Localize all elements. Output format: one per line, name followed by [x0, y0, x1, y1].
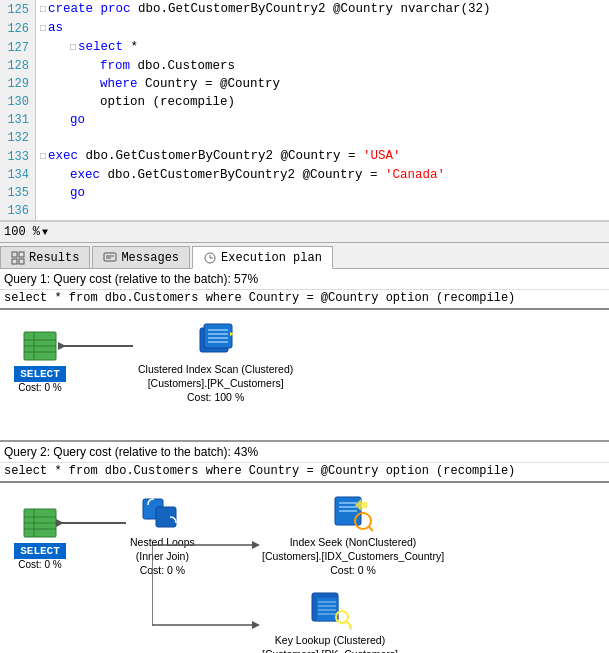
- line-num-135: 135: [0, 184, 36, 202]
- line-num-130: 130: [0, 93, 36, 111]
- query2-arrow1: [56, 513, 131, 533]
- clustered-scan-icon: [194, 318, 238, 362]
- line-num-134: 134: [0, 166, 36, 184]
- plan-icon: [203, 251, 217, 265]
- line-num-128: 128: [0, 57, 36, 75]
- main-container: 125 □create proc dbo.GetCustomerByCountr…: [0, 0, 609, 653]
- results-container: Query 1: Query cost (relative to the bat…: [0, 269, 609, 653]
- query1-select-cost: Cost: 0 %: [18, 382, 61, 393]
- tab-execution-plan[interactable]: Execution plan: [192, 246, 333, 269]
- line-content-135: go: [36, 184, 85, 202]
- query2-seek-label: Index Seek (NonClustered) [Customers].[I…: [262, 535, 444, 577]
- query2-section: Query 2: Query cost (relative to the bat…: [0, 442, 609, 653]
- svg-rect-16: [204, 324, 232, 348]
- code-line-128: 128 from dbo.Customers: [0, 57, 609, 75]
- line-content-130: option (recompile): [36, 93, 235, 111]
- line-num-133: 133: [0, 147, 36, 166]
- code-line-132: 132: [0, 129, 609, 147]
- query2-diagram: SELECT Cost: 0 %: [0, 483, 609, 653]
- query2-sql: select * from dbo.Customers where Countr…: [0, 463, 609, 483]
- line-num-125: 125: [0, 0, 36, 19]
- key-lookup-icon: [308, 589, 352, 633]
- query1-diagram: SELECT Cost: 0 %: [0, 310, 609, 440]
- select-table-icon: [20, 326, 60, 366]
- code-line-133: 133 □exec dbo.GetCustomerByCountry2 @Cou…: [0, 147, 609, 166]
- code-line-136: 136: [0, 202, 609, 220]
- line-num-129: 129: [0, 75, 36, 93]
- code-editor: 125 □create proc dbo.GetCustomerByCountr…: [0, 0, 609, 221]
- query1-sql: select * from dbo.Customers where Countr…: [0, 290, 609, 310]
- svg-rect-44: [316, 597, 338, 621]
- svg-marker-34: [252, 541, 260, 549]
- query1-section: Query 1: Query cost (relative to the bat…: [0, 269, 609, 440]
- code-line-129: 129 where Country = @Country: [0, 75, 609, 93]
- line-content-128: from dbo.Customers: [36, 57, 235, 75]
- query2-header: Query 2: Query cost (relative to the bat…: [0, 442, 609, 463]
- nested-loops-icon: [140, 491, 184, 535]
- tab-messages-label: Messages: [121, 251, 179, 265]
- svg-rect-1: [19, 252, 24, 257]
- svg-rect-2: [12, 259, 17, 264]
- svg-line-41: [369, 527, 373, 531]
- line-content-126: □as: [36, 19, 63, 38]
- tabs-bar: Results Messages Execution plan: [0, 243, 609, 269]
- tab-messages[interactable]: Messages: [92, 246, 190, 268]
- code-line-135: 135 go: [0, 184, 609, 202]
- query2-lookup-node: Key Lookup (Clustered) [Customers].[PK_C…: [262, 589, 398, 653]
- svg-rect-3: [19, 259, 24, 264]
- message-icon: [103, 251, 117, 265]
- query1-select-label: SELECT: [14, 366, 66, 382]
- line-num-132: 132: [0, 129, 36, 147]
- svg-rect-0: [12, 252, 17, 257]
- query1-arrow: [58, 336, 138, 356]
- svg-line-50: [346, 621, 352, 627]
- zoom-dropdown-icon[interactable]: ▼: [42, 227, 48, 238]
- tab-execution-plan-label: Execution plan: [221, 251, 322, 265]
- tab-results[interactable]: Results: [0, 246, 90, 268]
- svg-marker-14: [58, 342, 66, 350]
- query2-select-cost: Cost: 0 %: [18, 559, 61, 570]
- index-seek-icon: [331, 491, 375, 535]
- query1-scan-title: Clustered Index Scan (Clustered) [Custom…: [138, 362, 293, 404]
- line-content-125: □create proc dbo.GetCustomerByCountry2 @…: [36, 0, 491, 19]
- query1-header: Query 1: Query cost (relative to the bat…: [0, 269, 609, 290]
- query2-lookup-label: Key Lookup (Clustered) [Customers].[PK_C…: [262, 633, 398, 653]
- query1-scan-node: Clustered Index Scan (Clustered) [Custom…: [138, 318, 293, 404]
- code-line-130: 130 option (recompile): [0, 93, 609, 111]
- line-num-126: 126: [0, 19, 36, 38]
- zoom-label: 100 %: [4, 225, 40, 239]
- line-content-133: □exec dbo.GetCustomerByCountry2 @Country…: [36, 147, 401, 166]
- line-num-127: 127: [0, 38, 36, 57]
- line-content-132: [36, 129, 40, 147]
- svg-marker-28: [56, 519, 64, 527]
- tab-results-label: Results: [29, 251, 79, 265]
- line-content-136: [36, 202, 40, 220]
- zoom-bar: 100 % ▼: [0, 221, 609, 243]
- line-content-131: go: [36, 111, 85, 129]
- query2-select-label: SELECT: [14, 543, 66, 559]
- line-content-127: □select *: [36, 38, 138, 57]
- line-num-136: 136: [0, 202, 36, 220]
- line-content-134: exec dbo.GetCustomerByCountry2 @Country …: [36, 166, 445, 184]
- query2-seek-node: Index Seek (NonClustered) [Customers].[I…: [262, 491, 444, 577]
- grid-icon: [11, 251, 25, 265]
- line-content-129: where Country = @Country: [36, 75, 280, 93]
- code-line-127: 127 □select *: [0, 38, 609, 57]
- code-line-131: 131 go: [0, 111, 609, 129]
- line-num-131: 131: [0, 111, 36, 129]
- svg-rect-4: [104, 253, 116, 261]
- query2-select-table-icon: [20, 503, 60, 543]
- code-line-134: 134 exec dbo.GetCustomerByCountry2 @Coun…: [0, 166, 609, 184]
- code-line-125: 125 □create proc dbo.GetCustomerByCountr…: [0, 0, 609, 19]
- code-line-126: 126 □as: [0, 19, 609, 38]
- svg-marker-35: [252, 621, 260, 629]
